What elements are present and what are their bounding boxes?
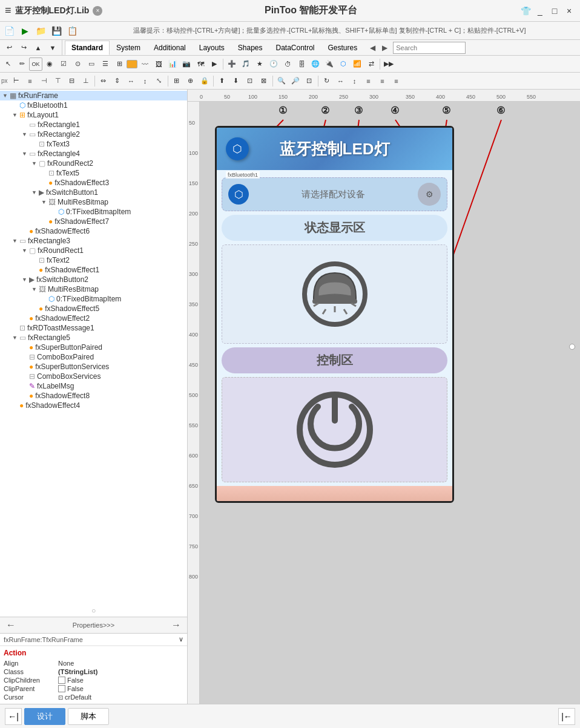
text-align-icon[interactable]: ≡ (362, 74, 375, 88)
tree-item-fxsuperbtnservices[interactable]: ● fxSuperButtonServices (0, 362, 187, 372)
tree-item-fxsuperbtnpaired[interactable]: ● fxSuperButtonPaired (0, 343, 187, 352)
tree-item-fxrunframe[interactable]: ▼ ▦ fxRunFrame (0, 91, 187, 100)
tree-item-tfixedbmpitem2[interactable]: ⬡ 0:TFixedBitmapItem (0, 294, 187, 304)
timer-icon[interactable]: ⏱ (281, 57, 294, 71)
database-icon[interactable]: 🗄 (295, 57, 308, 71)
select-icon[interactable]: ↖ (1, 57, 15, 71)
text-right-icon[interactable]: ≡ (390, 74, 403, 88)
tree-item-multiresbmp1[interactable]: ▼ 🖼 MultiResBitmap (0, 197, 187, 207)
color-icon[interactable] (127, 60, 137, 68)
wave-icon[interactable]: 〰 (138, 57, 151, 71)
bottom-tab-design[interactable]: 设计 (24, 708, 65, 725)
rotate-icon[interactable]: ↻ (320, 74, 334, 88)
search-box[interactable] (393, 42, 466, 54)
maximize-btn[interactable]: □ (549, 5, 561, 17)
tree-item-fxrectangle1[interactable]: ▭ fxRectangle1 (0, 120, 187, 130)
tree-item-fxroundrect1[interactable]: ▼ ▢ fxRoundRect1 (0, 246, 187, 255)
tab-system[interactable]: System (110, 41, 147, 55)
close-window-btn[interactable]: × (563, 5, 575, 17)
tree-item-fxrdtoast[interactable]: ⊡ fxRDToastMessage1 (0, 323, 187, 333)
lib-close-btn[interactable]: × (93, 6, 102, 16)
tree-item-fxbluetooth1[interactable]: ⬡ fxBluetooth1 (0, 100, 187, 110)
camera-icon[interactable]: 📷 (180, 57, 193, 71)
video-icon[interactable]: ▶ (208, 57, 221, 71)
size-w-icon[interactable]: ↔ (125, 74, 138, 88)
tab-standard[interactable]: Standard (65, 41, 110, 55)
toolbar-btn-save[interactable]: 💾 (50, 24, 63, 38)
size-both-icon[interactable]: ⤡ (153, 74, 166, 88)
tree-item-fxtext5[interactable]: ⊡ fxText5 (0, 168, 187, 178)
tree-item-fxshadoweffect4[interactable]: ● fxShadowEffect4 (0, 401, 187, 410)
tree-item-fxlabelmsg[interactable]: ✎ fxLabelMsg (0, 381, 187, 391)
tree-item-fxshadoweffect5[interactable]: ● fxShadowEffect5 (0, 304, 187, 313)
text-center-icon[interactable]: ≡ (376, 74, 389, 88)
tree-item-fxshadoweffect7[interactable]: ● fxShadowEffect7 (0, 217, 187, 226)
align-right-icon[interactable]: ⊣ (38, 74, 51, 88)
wifi-icon[interactable]: 📶 (351, 57, 364, 71)
toolbar-btn-open[interactable]: 📁 (34, 24, 47, 38)
zoom-out-icon[interactable]: 🔍 (275, 74, 288, 88)
ungroup-icon[interactable]: ⊠ (257, 74, 271, 88)
clipchildren-checkbox[interactable] (58, 677, 65, 684)
tree-item-comboboxservices[interactable]: ⊟ ComboBoxServices (0, 372, 187, 381)
bottom-left-icon[interactable]: ←| (5, 708, 22, 725)
zoom-in-icon[interactable]: 🔎 (289, 74, 302, 88)
tree-item-fxroundrect2[interactable]: ▼ ▢ fxRoundRect2 (0, 159, 187, 168)
tab-gestures[interactable]: Gestures (321, 41, 364, 55)
tree-item-fxshadoweffect2[interactable]: ● fxShadowEffect2 (0, 313, 187, 323)
props-dropdown-icon[interactable]: ∨ (179, 635, 183, 643)
tree-item-fxswitchbutton2[interactable]: ▼ ▶ fxSwitchButton2 (0, 275, 187, 284)
tree-item-fxtext2[interactable]: ⊡ fxText2 (0, 255, 187, 265)
up-btn[interactable]: ▲ (31, 41, 45, 54)
tree-item-comboboxpaired[interactable]: ⊟ ComboBoxPaired (0, 352, 187, 362)
clock-icon[interactable]: 🕐 (267, 57, 280, 71)
tab-layouts[interactable]: Layouts (193, 41, 231, 55)
media-icon[interactable]: 🎵 (239, 57, 252, 71)
order-back-icon[interactable]: ⬇ (229, 74, 243, 88)
down-btn[interactable]: ▼ (46, 41, 59, 54)
tree-item-fxswitchbutton1[interactable]: ▼ ▶ fxSwitchButton1 (0, 188, 187, 197)
bottom-right-icon[interactable]: |← (558, 708, 575, 725)
tab-datacontrol[interactable]: DataControl (269, 41, 321, 55)
tab-nav-back[interactable]: ◀ (366, 42, 378, 54)
flip-v-icon[interactable]: ↕ (348, 74, 361, 88)
image-icon[interactable]: 🖼 (152, 57, 165, 71)
forward-play-icon[interactable]: ▶▶ (382, 57, 395, 71)
minimize-btn[interactable]: _ (534, 5, 546, 17)
props-back-btn[interactable]: ← (4, 620, 18, 631)
distribute-v-icon[interactable]: ⇕ (111, 74, 124, 88)
zoom-fit-icon[interactable]: ⊡ (303, 74, 316, 88)
tab-shapes[interactable]: Shapes (231, 41, 269, 55)
tree-item-fxrectangle5[interactable]: ▼ ▭ fxRectangle5 (0, 333, 187, 343)
dot-icon[interactable]: ⊙ (71, 57, 84, 71)
tab-additional[interactable]: Additional (147, 41, 193, 55)
clipparent-checkbox[interactable] (58, 685, 65, 692)
tree-item-fxrectangle4[interactable]: ▼ ▭ fxRectangle4 (0, 149, 187, 159)
tree-item-multiresbmp2[interactable]: ▼ 🖼 MultiResBitmap (0, 284, 187, 294)
search-input[interactable] (396, 44, 456, 51)
tree-item-fxrectangle2[interactable]: ▼ ▭ fxRectangle2 (0, 130, 187, 139)
map-icon[interactable]: 🗺 (194, 57, 207, 71)
tree-item-fxshadoweffect1[interactable]: ● fxShadowEffect1 (0, 265, 187, 275)
toolbar-btn-info[interactable]: 📋 (65, 24, 79, 38)
align-bottom-icon[interactable]: ⊥ (79, 74, 93, 88)
socket-icon[interactable]: 🔌 (323, 57, 336, 71)
tree-item-fxrectangle3[interactable]: ▼ ▭ fxRectangle3 (0, 236, 187, 246)
toolbar-btn-new[interactable]: 📄 (2, 24, 16, 38)
distribute-h-icon[interactable]: ⇔ (97, 74, 110, 88)
tree-item-tfixedbmpitem1[interactable]: ⬡ 0:TFixedBitmapItem (0, 207, 187, 217)
redo-btn[interactable]: ↪ (17, 41, 30, 54)
order-front-icon[interactable]: ⬆ (216, 74, 229, 88)
group-icon[interactable]: ⊡ (243, 74, 257, 88)
lock-icon[interactable]: 🔒 (198, 74, 211, 88)
chart-icon[interactable]: 📊 (166, 57, 179, 71)
align-middle-icon[interactable]: ⊟ (65, 74, 79, 88)
align-top-icon[interactable]: ⊤ (51, 74, 65, 88)
table-icon[interactable]: ⊞ (113, 57, 126, 71)
tab-nav-forward[interactable]: ▶ (378, 42, 391, 54)
align-left-icon[interactable]: ⊢ (10, 74, 23, 88)
tree-item-fxshadoweffect3[interactable]: ● fxShadowEffect3 (0, 178, 187, 188)
tree-item-fxtext3[interactable]: ⊡ fxText3 (0, 139, 187, 149)
star-icon[interactable]: ★ (253, 57, 266, 71)
align-center-icon[interactable]: ≡ (24, 74, 37, 88)
